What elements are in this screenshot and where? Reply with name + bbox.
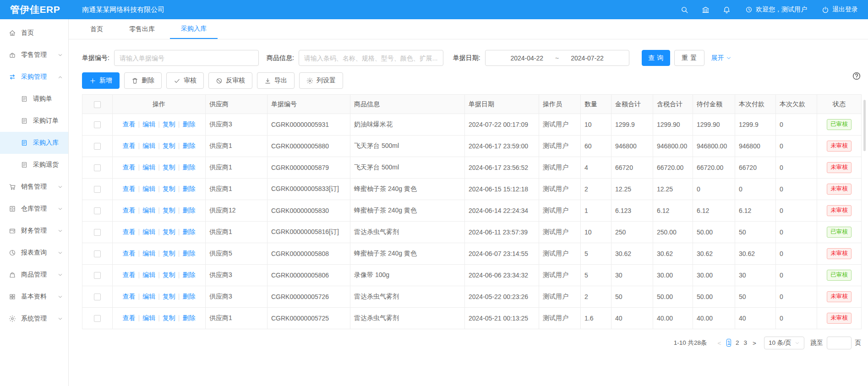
row-action-copy[interactable]: 复制 [163, 207, 175, 214]
row-action-view[interactable]: 查看 [123, 142, 136, 149]
row-checkbox[interactable] [94, 121, 101, 128]
row-action-edit[interactable]: 编辑 [142, 163, 155, 171]
expand-link[interactable]: 展开 [711, 54, 732, 62]
bill-no-input[interactable] [114, 50, 259, 66]
row-action-view[interactable]: 查看 [123, 120, 136, 128]
export-button[interactable]: 导出 [257, 72, 295, 89]
sidebar-item-purchase-inbound[interactable]: 采购入库 [0, 132, 68, 154]
row-action-view[interactable]: 查看 [123, 314, 136, 321]
row-action-delete[interactable]: 删除 [182, 250, 195, 257]
date-range-picker[interactable]: 2024-04-22 ~ 2024-07-22 [485, 50, 629, 66]
tab-home[interactable]: 首页 [79, 19, 114, 39]
page-size-select[interactable]: 10 条/页 [764, 337, 804, 349]
row-action-copy[interactable]: 复制 [163, 250, 175, 257]
row-action-copy[interactable]: 复制 [163, 271, 175, 278]
row-action-view[interactable]: 查看 [123, 163, 136, 171]
table-scrollbar[interactable] [863, 100, 866, 151]
bell-icon[interactable] [723, 6, 731, 14]
tab-purchase-inbound[interactable]: 采购入库 [170, 19, 218, 39]
page-number-2[interactable]: 2 [736, 339, 739, 346]
help-icon[interactable] [852, 71, 861, 81]
row-action-view[interactable]: 查看 [123, 250, 136, 257]
row-action-delete[interactable]: 删除 [182, 163, 195, 171]
row-action-copy[interactable]: 复制 [163, 293, 175, 300]
sidebar-item-purchase-return[interactable]: 采购退货 [0, 154, 68, 176]
sidebar-item-basic-data[interactable]: 基本资料 [0, 286, 68, 308]
sidebar-item-system-mgmt[interactable]: 系统管理 [0, 308, 68, 330]
sidebar-item-report-query[interactable]: 报表查询 [0, 242, 68, 264]
unaudit-button[interactable]: 反审核 [208, 72, 252, 89]
tab-retail-outbound[interactable]: 零售出库 [118, 19, 166, 39]
columns-button[interactable]: 列设置 [299, 72, 343, 89]
row-action-view[interactable]: 查看 [123, 271, 136, 278]
prev-page-button[interactable]: < [714, 340, 724, 347]
select-all-checkbox[interactable] [94, 101, 101, 108]
row-action-delete[interactable]: 删除 [182, 207, 195, 214]
cell-product: 飞天茅台 500ml [350, 157, 465, 179]
reset-button[interactable]: 重置 [674, 50, 704, 66]
row-action-copy[interactable]: 复制 [163, 142, 175, 149]
page-number-3[interactable]: 3 [743, 339, 747, 346]
sidebar-item-home[interactable]: 首页 [0, 22, 68, 44]
date-to[interactable]: 2024-07-22 [571, 54, 604, 62]
sidebar-item-warehouse-mgmt[interactable]: 仓库管理 [0, 198, 68, 220]
cell-payable: 66720.00 [693, 157, 735, 179]
row-action-delete[interactable]: 删除 [182, 142, 195, 149]
row-checkbox[interactable] [94, 294, 101, 300]
row-action-view[interactable]: 查看 [123, 207, 136, 214]
row-action-delete[interactable]: 删除 [182, 228, 195, 235]
row-checkbox[interactable] [94, 207, 101, 214]
row-checkbox[interactable] [94, 250, 101, 257]
row-action-edit[interactable]: 编辑 [142, 271, 155, 278]
sidebar-item-finance-mgmt[interactable]: 财务管理 [0, 220, 68, 242]
product-input[interactable] [299, 50, 443, 66]
sidebar-item-sales-mgmt[interactable]: 销售管理 [0, 176, 68, 198]
row-action-copy[interactable]: 复制 [163, 163, 175, 171]
search-button[interactable]: 查询 [642, 50, 670, 66]
sidebar-item-purchase-request[interactable]: 请购单 [0, 88, 68, 110]
row-checkbox[interactable] [94, 186, 101, 193]
cell-status: 未审核 [817, 157, 862, 179]
add-button[interactable]: 新增 [82, 72, 120, 89]
row-action-copy[interactable]: 复制 [163, 120, 175, 128]
row-action-edit[interactable]: 编辑 [142, 250, 155, 257]
bank-icon[interactable] [702, 6, 710, 14]
sidebar-item-retail-mgmt[interactable]: 零售管理 [0, 44, 68, 66]
sidebar-item-purchase-order[interactable]: 采购订单 [0, 110, 68, 132]
row-checkbox[interactable] [94, 229, 101, 236]
row-action-edit[interactable]: 编辑 [142, 142, 155, 149]
search-icon[interactable] [681, 6, 688, 14]
row-action-view[interactable]: 查看 [123, 185, 136, 192]
row-checkbox[interactable] [94, 164, 101, 171]
logout-button[interactable]: 退出登录 [822, 5, 858, 14]
date-from[interactable]: 2024-04-22 [510, 54, 543, 62]
row-action-edit[interactable]: 编辑 [142, 185, 155, 192]
jump-page-input[interactable] [827, 337, 852, 349]
row-action-delete[interactable]: 删除 [182, 185, 195, 192]
welcome-user[interactable]: 欢迎您，测试用户 [745, 5, 807, 14]
row-checkbox[interactable] [94, 143, 101, 150]
sidebar-item-goods-mgmt[interactable]: 商品管理 [0, 264, 68, 286]
row-action-edit[interactable]: 编辑 [142, 314, 155, 321]
row-action-edit[interactable]: 编辑 [142, 207, 155, 214]
row-action-edit[interactable]: 编辑 [142, 120, 155, 128]
sidebar-item-purchase-mgmt[interactable]: 采购管理 [0, 66, 68, 88]
audit-button[interactable]: 审核 [166, 72, 204, 89]
row-action-edit[interactable]: 编辑 [142, 293, 155, 300]
row-action-delete[interactable]: 删除 [182, 293, 195, 300]
row-action-delete[interactable]: 删除 [182, 120, 195, 128]
row-action-copy[interactable]: 复制 [163, 185, 175, 192]
row-action-delete[interactable]: 删除 [182, 271, 195, 278]
status-badge: 未审核 [827, 205, 852, 216]
page-number-1[interactable]: 1 [726, 339, 731, 347]
delete-button[interactable]: 删除 [124, 72, 162, 89]
row-checkbox[interactable] [94, 315, 101, 322]
row-action-copy[interactable]: 复制 [163, 228, 175, 235]
row-action-edit[interactable]: 编辑 [142, 228, 155, 235]
row-action-view[interactable]: 查看 [123, 228, 136, 235]
row-checkbox[interactable] [94, 272, 101, 279]
row-action-copy[interactable]: 复制 [163, 314, 175, 321]
row-action-delete[interactable]: 删除 [182, 314, 195, 321]
row-action-view[interactable]: 查看 [123, 293, 136, 300]
next-page-button[interactable]: > [749, 340, 759, 347]
